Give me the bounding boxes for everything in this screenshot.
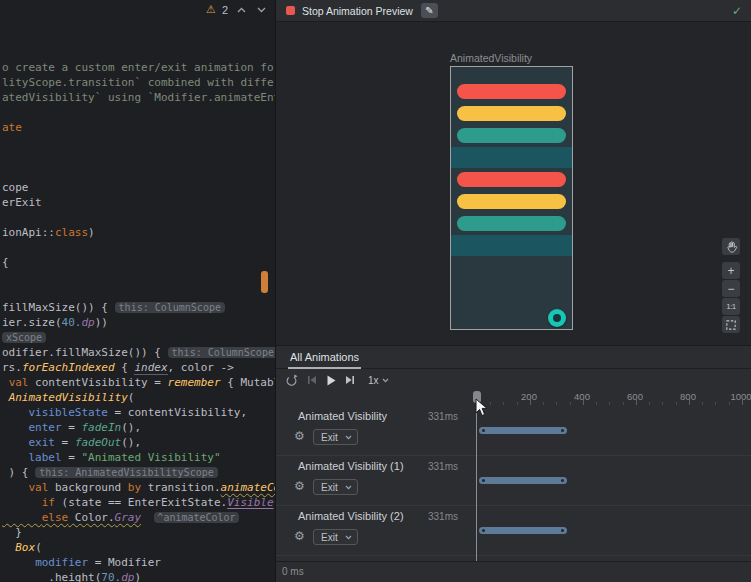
timeline-footer: 0 ms (276, 561, 751, 582)
code-token: { (115, 361, 135, 374)
code-line (2, 165, 275, 180)
code-line: if (state == EnterExitState.Visible) col… (2, 495, 275, 510)
animation-duration: 331ms (426, 511, 458, 522)
code-line: fillMaxSize()) { this: ColumnScope (2, 300, 275, 315)
code-line: visibleState = contentVisibility, (2, 405, 275, 420)
timeline-ruler[interactable]: 2004006008001000 (276, 391, 751, 406)
code-token: Gray (115, 511, 142, 524)
code-token: lityScope.transition` combined with diff… (2, 76, 275, 89)
hand-icon (725, 240, 738, 253)
preview-pill (457, 216, 566, 231)
play-icon (326, 375, 336, 386)
animation-track-bar[interactable] (479, 427, 567, 434)
pan-button[interactable] (722, 238, 740, 255)
state-dropdown[interactable]: Exit (313, 479, 358, 495)
code-line: lityScope.transition` combined with diff… (2, 75, 275, 90)
code-token: val (9, 376, 29, 389)
code-token: rs. (2, 361, 22, 374)
stop-animation-preview-button[interactable]: Stop Animation Preview (286, 5, 413, 17)
animation-track-bar[interactable] (479, 477, 567, 484)
code-token: xScope (2, 332, 46, 343)
zoom-actual-size-button[interactable]: 1:1 (722, 298, 740, 315)
code-token (2, 511, 42, 524)
zoom-in-button[interactable]: + (722, 262, 740, 279)
code-line: Box( (2, 540, 275, 555)
code-line (2, 240, 275, 255)
preview-bar (451, 235, 572, 256)
animation-row: Animated Visibility331ms⚙Exit (276, 406, 751, 456)
code-token: fadeOut (75, 436, 121, 449)
code-line: val background by transition.animateColo… (2, 480, 275, 495)
skip-to-end-icon (345, 375, 355, 385)
prev-issue-button[interactable] (234, 3, 248, 17)
code-line: AnimatedVisibility( (2, 390, 275, 405)
code-line: ) { this: AnimatedVisibilityScope (2, 465, 275, 480)
pan-tool-group (722, 238, 740, 256)
code-token: dp (121, 571, 134, 582)
code-token: ( (128, 391, 135, 404)
code-token: Color. (68, 511, 114, 524)
code-token: this: ColumnScope (115, 302, 225, 313)
playback-speed-dropdown[interactable]: 1x (368, 375, 389, 386)
scrollbar-warning-marker[interactable] (261, 271, 268, 293)
gear-icon[interactable]: ⚙ (294, 479, 305, 493)
preview-title: AnimatedVisibility (450, 52, 532, 64)
code-token: fillMaxSize()) { (2, 301, 115, 314)
current-time-label: 0 ms (282, 566, 304, 577)
preview-content (451, 67, 572, 256)
minus-icon: − (727, 283, 734, 295)
go-to-end-button[interactable] (345, 375, 355, 385)
preview-pill (457, 84, 566, 99)
code-token: background (48, 481, 127, 494)
chevron-down-icon (345, 485, 352, 490)
zoom-to-fit-button[interactable] (722, 316, 740, 333)
code-token (2, 556, 35, 569)
playback-controls: 1x (276, 369, 389, 391)
gear-icon[interactable]: ⚙ (294, 529, 305, 543)
loop-button[interactable] (285, 374, 298, 387)
state-dropdown[interactable]: Exit (313, 429, 358, 445)
edit-animation-button[interactable]: ✎ (421, 3, 438, 18)
code-token: ier.size( (2, 316, 62, 329)
code-line: { (2, 255, 275, 270)
code-token (2, 481, 29, 494)
fit-screen-icon (725, 319, 737, 331)
code-token: { (2, 256, 9, 269)
code-token: forEachIndexed (22, 361, 115, 374)
inspections-widget: ⚠ 2 (206, 3, 268, 17)
tab-all-animations[interactable]: All Animations (290, 346, 359, 369)
code-line (2, 210, 275, 225)
stop-icon (286, 6, 295, 15)
chevron-up-icon (237, 7, 246, 13)
state-dropdown[interactable]: Exit (313, 529, 358, 545)
zoom-out-button[interactable]: − (722, 280, 740, 297)
gear-icon[interactable]: ⚙ (294, 429, 305, 443)
go-to-start-button[interactable] (307, 375, 317, 385)
code-area[interactable]: o create a custom enter/exit animation f… (2, 60, 275, 582)
preview-pill (457, 172, 566, 187)
code-editor[interactable]: ⚠ 2 o create a custom enter/exit animati… (0, 0, 275, 582)
animation-preview-pane: Stop Animation Preview ✎ ✓ AnimatedVisib… (276, 0, 751, 345)
animation-title: Animated Visibility (2) (298, 510, 404, 522)
animation-duration: 331ms (426, 411, 458, 422)
code-line: exit = fadeOut(), (2, 435, 275, 450)
code-token: atedVisibility` using `Modifier.animateE… (2, 91, 275, 104)
fab-button[interactable] (548, 309, 566, 327)
code-token: AnimatedVisibility (9, 391, 128, 404)
play-button[interactable] (326, 375, 336, 386)
code-line: xScope (2, 330, 275, 345)
preview-frame[interactable] (450, 66, 573, 330)
fab-icon (553, 314, 561, 322)
next-issue-button[interactable] (254, 3, 268, 17)
code-token: cope (2, 181, 29, 194)
code-line: o create a custom enter/exit animation f… (2, 60, 275, 75)
code-line: label = "Animated Visibility" (2, 450, 275, 465)
plus-icon: + (727, 265, 734, 277)
animation-track-bar[interactable] (479, 527, 567, 534)
dropdown-value: Exit (321, 432, 338, 443)
code-line: enter = fadeIn(), (2, 420, 275, 435)
preview-pill (457, 106, 566, 121)
loop-icon (285, 374, 298, 387)
code-token: by (128, 481, 141, 494)
code-line: cope (2, 180, 275, 195)
